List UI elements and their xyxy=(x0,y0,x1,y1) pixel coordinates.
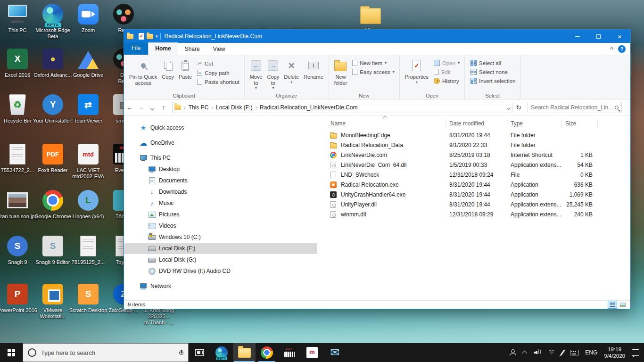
clock[interactable]: 19:19 9/4/2020 xyxy=(604,346,625,360)
sidebar-item-network[interactable]: Network xyxy=(124,280,317,292)
desktop-icon-vmware-workstati[interactable]: VMware Workstati... xyxy=(33,283,73,320)
file-row-linkneverdie-com[interactable]: LinkNeverDie.com8/25/2019 03:18Internet … xyxy=(321,150,629,160)
sidebar-item-desktop[interactable]: Desktop xyxy=(124,164,317,175)
sidebar-item-quick-access[interactable]: Quick access xyxy=(124,122,317,133)
desktop-icon-scratch-desktop[interactable]: SScratch Desktop xyxy=(68,283,108,313)
sidebar-item-local-disk-g[interactable]: Local Disk (G:) xyxy=(124,254,317,265)
column-header-type[interactable]: Type xyxy=(511,120,523,127)
taskbar-app-google-chrome[interactable] xyxy=(256,343,278,362)
desktop-icon-recycle-bin[interactable]: ♻Recycle Bin xyxy=(0,93,38,124)
thumbnail-view-button[interactable] xyxy=(618,301,627,309)
select-all-button[interactable]: Select all xyxy=(471,60,515,66)
title-bar[interactable]: ✓ ▾ Radical.Relocation_LinkNeverDie.Com … xyxy=(124,30,630,43)
language-indicator[interactable]: ENG xyxy=(585,349,597,356)
new-item-button[interactable]: New item ▾ xyxy=(352,60,395,66)
recent-locations-icon[interactable] xyxy=(147,104,158,111)
taskbar-app-edge-beta[interactable]: BETA xyxy=(210,343,233,362)
copy-button[interactable]: Copy xyxy=(160,57,176,81)
desktop-icon-powerpoint-2016[interactable]: PPowerPoint 2016 xyxy=(0,283,38,313)
file-row-radical-relocation-data[interactable]: Radical Relocation_Data9/1/2020 22:33Fil… xyxy=(321,140,629,150)
address-dropdown-icon[interactable] xyxy=(507,104,510,111)
microphone-icon[interactable] xyxy=(179,350,183,356)
invert-selection-button[interactable]: Invert selection xyxy=(471,78,515,84)
desktop-icon-78195125-2[interactable]: 78195125_2... xyxy=(68,235,108,265)
hidden-icons-chevron[interactable] xyxy=(522,351,527,356)
sidebar-item-videos[interactable]: Videos xyxy=(124,220,317,231)
desktop-icon-microsoft-edge-beta[interactable]: BETAMicrosoft Edge Beta xyxy=(33,3,73,40)
search-input[interactable] xyxy=(531,104,615,111)
paste-button[interactable]: Paste xyxy=(177,57,194,81)
pen-icon[interactable] xyxy=(560,349,565,355)
edit-button[interactable]: Edit xyxy=(434,69,460,75)
taskbar-app-everyone-piano[interactable] xyxy=(278,343,301,362)
new-folder-button[interactable]: New folder xyxy=(332,57,349,87)
properties-button[interactable]: ✓ Properties ▾ xyxy=(403,57,430,85)
search-box[interactable] xyxy=(528,102,622,113)
breadcrumb-item-radical-relocation-linkneverdie-com[interactable]: Radical.Relocation_LinkNeverDie.Com xyxy=(260,104,357,111)
sidebar-item-downloads[interactable]: Downloads xyxy=(124,186,317,197)
easy-access-button[interactable]: Easy access ▾ xyxy=(352,69,395,75)
tab-view[interactable]: View xyxy=(206,43,232,55)
breadcrumb-item-this-pc[interactable]: This PC xyxy=(189,104,209,111)
file-row-linkneverdie-com-64-dll[interactable]: LinkNeverDie_Com_64.dll1/5/2019 00:33App… xyxy=(321,160,629,170)
forward-button[interactable]: → xyxy=(135,104,147,111)
rename-button[interactable]: I Rename xyxy=(302,57,325,81)
maximize-button[interactable] xyxy=(588,30,609,43)
column-header-name[interactable]: Name xyxy=(330,120,346,127)
collapse-ribbon-icon[interactable]: ^ xyxy=(610,46,613,52)
breadcrumb[interactable]: ›This PC›Local Disk (F:)›Radical.Relocat… xyxy=(172,102,512,113)
start-button[interactable] xyxy=(0,343,23,362)
breadcrumb-item-local-disk-f[interactable]: Local Disk (F:) xyxy=(216,104,252,111)
sidebar-item-local-disk-f[interactable]: Local Disk (F:) xyxy=(124,243,317,254)
up-button[interactable]: ↑ xyxy=(158,104,169,111)
back-button[interactable]: ← xyxy=(124,104,135,111)
taskbar-search-box[interactable] xyxy=(23,343,189,362)
history-button[interactable]: History xyxy=(434,78,460,84)
desktop-icon-teamviewer[interactable]: ⇄TeamViewer xyxy=(68,93,108,124)
file-row-radical-relocation-exe[interactable]: Radical Relocation.exe8/31/2020 19:44App… xyxy=(321,180,629,190)
file-row-monobleedingedge[interactable]: MonoBleedingEdge8/31/2020 19:44File fold… xyxy=(321,131,629,140)
desktop-icon-75534722-2[interactable]: 75534722_2... xyxy=(0,143,38,173)
help-icon[interactable]: ? xyxy=(618,45,626,53)
desktop-icon-google-chrome[interactable]: Google Chrome xyxy=(33,189,73,220)
file-row-unityplayer-dll[interactable]: UnityPlayer.dll8/31/2020 19:44Applicatio… xyxy=(321,200,629,210)
column-header-size[interactable]: Size xyxy=(565,120,576,127)
desktop-icon-lac-viet-mtd2002-eva[interactable]: mtdLAC VIET mtd2002-EVA xyxy=(68,143,108,180)
taskbar-search-input[interactable] xyxy=(41,349,174,356)
customize-qat-arrow[interactable]: ▾ xyxy=(156,34,158,39)
select-none-button[interactable]: Select none xyxy=(471,69,515,75)
details-view-button[interactable] xyxy=(608,301,617,309)
desktop-icon-google-drive[interactable]: Google Drive xyxy=(68,48,108,78)
move-to-button[interactable]: ← Move to ▾ xyxy=(248,57,264,91)
action-center-icon[interactable] xyxy=(632,349,639,356)
close-button[interactable]: × xyxy=(609,30,630,43)
desktop-icon-zoom[interactable]: Zoom xyxy=(68,3,108,33)
copy-path-button[interactable]: Copy path xyxy=(197,70,239,76)
sidebar-item-documents[interactable]: Documents xyxy=(124,175,317,186)
open-button[interactable]: Open ▾ xyxy=(434,60,460,66)
refresh-icon[interactable]: ↻ xyxy=(512,104,525,111)
sidebar-item-music[interactable]: Music xyxy=(124,197,317,209)
desktop-icon-tran-tuan-son-jpg[interactable]: Tran tuan son.jpg xyxy=(0,189,38,220)
cut-button[interactable]: ✂ Cut xyxy=(197,60,239,67)
minimize-button[interactable] xyxy=(567,30,588,43)
paste-shortcut-button[interactable]: Paste shortcut xyxy=(197,79,239,85)
sidebar-item-onedrive[interactable]: OneDrive xyxy=(124,137,317,148)
desktop-icon-excel-2016[interactable]: XExcel 2016 xyxy=(0,48,38,78)
copy-to-button[interactable]: → Copy to ▾ xyxy=(265,57,281,91)
file-row-unitycrashhandler64-exe[interactable]: UnityCrashHandler64.exe8/31/2020 19:44Ap… xyxy=(321,190,629,200)
search-icon[interactable] xyxy=(615,106,619,109)
tab-file[interactable]: File xyxy=(124,42,148,55)
new-folder-icon[interactable] xyxy=(147,34,153,39)
sidebar-item-windows-10-c[interactable]: Windows 10 (C:) xyxy=(124,231,317,243)
people-icon[interactable] xyxy=(509,349,517,356)
delete-button[interactable]: × Delete ▾ xyxy=(282,57,301,85)
tab-share[interactable]: Share xyxy=(178,43,206,55)
taskbar-app-file-explorer[interactable] xyxy=(233,343,256,362)
sidebar-item-this-pc[interactable]: This PC xyxy=(124,152,317,164)
desktop-icon-foxit-reader[interactable]: PDFFoxit Reader xyxy=(33,143,73,173)
desktop-icon-snagit-9[interactable]: SSnagIt 9 xyxy=(0,235,38,265)
taskbar-app-mail[interactable]: ✉ xyxy=(323,343,346,362)
column-header-date[interactable]: Date modified xyxy=(449,120,484,127)
desktop-icon-your-unin-staller[interactable]: YYour Unin-staller! xyxy=(33,93,73,124)
